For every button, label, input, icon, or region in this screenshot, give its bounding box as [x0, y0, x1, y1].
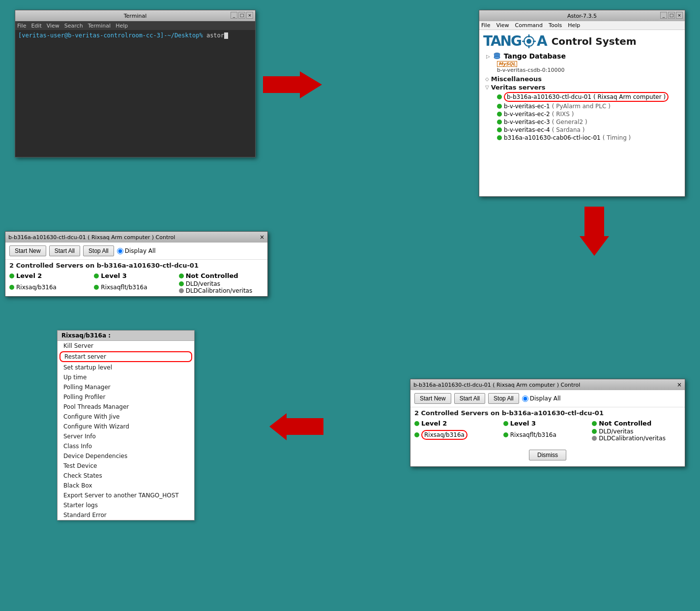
db-label: Tango Database — [504, 52, 566, 60]
rixsaq-item[interactable]: Rixsaq/b316a — [16, 284, 57, 291]
server-desc-3: ( General2 ) — [552, 119, 587, 125]
terminal-close[interactable]: × — [246, 12, 253, 19]
server-item-5[interactable]: b316a-a101630-cab06-ctl-ioc-01 ( Timing … — [497, 134, 681, 141]
br-rixsaqflt-item[interactable]: Rixsaqflt/b316a — [510, 431, 556, 438]
ctrl-bl-title: b-b316a-a101630-ctl-dcu-01 ( Rixsaq Arm … — [8, 234, 175, 241]
terminal-body[interactable]: [veritas-user@b-veritas-controlroom-cc-3… — [15, 30, 255, 157]
br-level3-label: Level 3 — [510, 420, 536, 427]
ctx-test-device[interactable]: Test Device — [58, 461, 194, 471]
ctrl-br-level-items: Rixsaq/b316a Rixsaqflt/b316a DLD/veritas… — [410, 428, 685, 442]
control-system-label: Control System — [552, 35, 637, 47]
ctx-pool-threads[interactable]: Pool Threads Manager — [58, 402, 194, 412]
ctrl-br-not-controlled-header: Not Controlled — [592, 420, 681, 427]
terminal-menu-file[interactable]: File — [17, 23, 26, 29]
br-rixsaqflt-dot — [503, 432, 508, 437]
svg-marker-0 — [263, 71, 322, 98]
ctrl-bl-close[interactable]: × — [260, 234, 264, 241]
not-ctrl-dot — [179, 274, 184, 278]
rixsaqflt-item[interactable]: Rixsaqflt/b316a — [101, 284, 147, 291]
br-dld-item[interactable]: DLD/veritas — [599, 428, 633, 435]
ctx-starter-logs[interactable]: Starter logs — [58, 500, 194, 510]
terminal-window: Terminal _ □ × File Edit View Search Ter… — [15, 10, 256, 157]
ctx-export-server[interactable]: Export Server to another TANGO_HOST — [58, 490, 194, 500]
ctx-restart-server[interactable]: Restart server — [59, 351, 192, 362]
terminal-menu-help[interactable]: Help — [116, 23, 128, 29]
ctx-server-info[interactable]: Server Info — [58, 431, 194, 441]
astor-close[interactable]: × — [676, 12, 683, 19]
astor-minimize[interactable]: _ — [660, 12, 667, 19]
ctrl-br-start-all[interactable]: Start All — [454, 393, 485, 404]
astor-menu-file[interactable]: File — [481, 22, 490, 29]
ctx-standard-error[interactable]: Standard Error — [58, 510, 194, 520]
terminal-prompt: [veritas-user@b-veritas-controlroom-cc-3… — [18, 32, 203, 39]
terminal-cursor — [224, 32, 228, 39]
server-item-0[interactable]: b-b316a-a101630-ctl-dcu-01 ( Rixsaq Arm … — [497, 92, 681, 102]
server-dot-5 — [497, 135, 502, 140]
server-desc-5: ( Timing ) — [603, 134, 631, 141]
terminal-maximize[interactable]: □ — [238, 12, 245, 19]
astor-menu-command[interactable]: Command — [515, 22, 543, 29]
astor-maximize[interactable]: □ — [668, 12, 675, 19]
ctrl-br-level2-items: Rixsaq/b316a — [414, 428, 503, 442]
server-item-4[interactable]: b-v-veritas-ec-4 ( Sardana ) — [497, 126, 681, 133]
ctx-class-info[interactable]: Class Info — [58, 441, 194, 451]
br-dldcal-item[interactable]: DLDCalibration/veritas — [599, 435, 666, 442]
veritas-header: ▽ Veritas servers — [485, 84, 681, 91]
ctrl-bl-subtitle: 2 Controlled Servers on b-b316a-a101630-… — [5, 260, 267, 271]
ctrl-br-display-all-radio[interactable]: Display All — [522, 395, 561, 402]
ctx-up-time[interactable]: Up time — [58, 372, 194, 382]
ctx-kill-server[interactable]: Kill Server — [58, 341, 194, 351]
ctrl-br-close[interactable]: × — [677, 381, 682, 388]
server-item-2[interactable]: b-v-veritas-ec-2 ( RIXS ) — [497, 111, 681, 118]
not-ctrl-label: Not Controlled — [186, 272, 238, 279]
ctx-polling-profiler[interactable]: Polling Profiler — [58, 392, 194, 402]
ctx-configure-jive[interactable]: Configure With Jive — [58, 412, 194, 422]
terminal-menu-terminal[interactable]: Terminal — [88, 23, 111, 29]
misc-header: ◇ Miscellaneous — [485, 75, 681, 83]
db-expand-icon: ▷ — [486, 54, 490, 59]
ctx-check-states[interactable]: Check States — [58, 471, 194, 481]
misc-label: Miscellaneous — [491, 75, 542, 83]
dismiss-button[interactable]: Dismiss — [529, 450, 566, 460]
arrow-down-icon — [580, 207, 609, 256]
server-item-3[interactable]: b-v-veritas-ec-3 ( General2 ) — [497, 119, 681, 125]
ctrl-bl-display-radio-input[interactable] — [117, 248, 123, 254]
ctrl-br-stop-all[interactable]: Stop All — [488, 393, 519, 404]
astor-menu-tools[interactable]: Tools — [549, 22, 562, 29]
ctrl-bl-start-all[interactable]: Start All — [49, 245, 80, 256]
ctrl-br-start-new[interactable]: Start New — [414, 393, 451, 404]
terminal-controls: _ □ × — [231, 12, 253, 19]
server-desc-1: ( PyAlarm and PLC ) — [552, 103, 611, 110]
ctrl-bl-stop-all[interactable]: Stop All — [83, 245, 114, 256]
br-rixsaq-item[interactable]: Rixsaq/b316a — [421, 430, 467, 440]
terminal-menu-search[interactable]: Search — [64, 23, 83, 29]
ctx-set-startup-level[interactable]: Set startup level — [58, 363, 194, 372]
ctrl-br-toolbar: Start New Start All Stop All Display All — [410, 390, 685, 407]
astor-menu-help[interactable]: Help — [568, 22, 580, 29]
ctrl-br-display-radio-input[interactable] — [522, 396, 528, 402]
astor-menu-view[interactable]: View — [496, 22, 509, 29]
ctrl-bl-display-all-radio[interactable]: Display All — [117, 247, 156, 254]
ctx-device-deps[interactable]: Device Dependencies — [58, 451, 194, 461]
ctx-black-box[interactable]: Black Box — [58, 481, 194, 490]
ctrl-bl-start-new[interactable]: Start New — [9, 245, 46, 256]
ctx-polling-manager[interactable]: Polling Manager — [58, 382, 194, 392]
ctrl-bl-toolbar: Start New Start All Stop All Display All — [5, 243, 267, 260]
terminal-menu-view[interactable]: View — [47, 23, 59, 29]
svg-marker-10 — [580, 207, 609, 256]
br-not-ctrl-dot — [592, 421, 597, 426]
server-dot-2 — [497, 112, 502, 117]
server-item-1[interactable]: b-v-veritas-ec-1 ( PyAlarm and PLC ) — [497, 103, 681, 110]
ctrl-bl-not-ctrl-items: DLD/veritas DLDCalibration/veritas — [179, 280, 263, 294]
dldcal-item[interactable]: DLDCalibration/veritas — [186, 287, 253, 294]
br-dld-dot — [592, 429, 597, 434]
terminal-minimize[interactable]: _ — [231, 12, 237, 19]
ctrl-br-title: b-b316a-a101630-ctl-dcu-01 ( Rixsaq Arm … — [413, 382, 580, 388]
server-desc-4: ( Sardana ) — [552, 126, 585, 133]
level2-dot — [9, 274, 14, 278]
ctx-configure-wizard[interactable]: Configure With Wizard — [58, 422, 194, 431]
terminal-menu-edit[interactable]: Edit — [31, 23, 41, 29]
astor-title: Astor-7.3.5 — [567, 13, 597, 19]
server-name-5: b316a-a101630-cab06-ctl-ioc-01 — [504, 134, 601, 141]
dld-item[interactable]: DLD/veritas — [186, 280, 220, 287]
